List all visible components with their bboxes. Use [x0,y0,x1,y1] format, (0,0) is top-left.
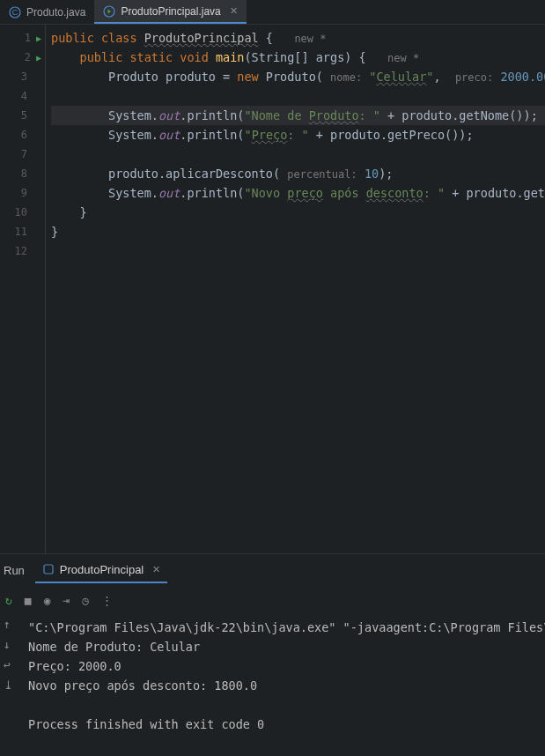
rerun-icon[interactable]: ↻ [5,594,12,607]
code-line: produto.aplicarDesconto( percentual: 10)… [51,164,545,183]
line-number: 11 [11,226,27,238]
output-line [28,695,538,715]
java-run-icon [42,563,55,575]
run-gutter: ↑ ↓ ↩ ⤓ [0,614,21,737]
line-number: 10 [11,206,27,219]
console-output[interactable]: "C:\Program Files\Java\jdk-22\bin\java.e… [21,614,545,737]
code-line: System.out.println("Novo preço após desc… [51,183,545,203]
output-line: Process finished with exit code 0 [28,715,538,734]
line-number: 8 [11,167,27,180]
svg-text:C: C [12,8,18,17]
code-content[interactable]: public class ProdutoPrincipal { new * pu… [46,25,545,553]
code-line [51,145,545,164]
run-panel: Run ProdutoPrincipal ✕ ↻ ■ ◉ ⇥ ◷ ⋮ ↑ ↓ ↩… [0,553,545,737]
gutter: 1▶ 2▶ 3 4 5 6 7 8 9 10 11 12 [0,25,46,553]
code-line: } [51,222,545,241]
code-line: System.out.println("Nome de Produto: " +… [51,106,545,125]
code-editor[interactable]: 1▶ 2▶ 3 4 5 6 7 8 9 10 11 12 public clas… [0,25,545,553]
profile-icon[interactable]: ◷ [82,594,89,607]
output-line: "C:\Program Files\Java\jdk-22\bin\java.e… [28,618,538,637]
tab-label: Produto.java [26,6,85,19]
run-title: Run [4,564,25,577]
layout-icon[interactable]: ⇥ [63,594,70,607]
line-number: 5 [11,109,27,122]
tab-label: ProdutoPrincipal.java [121,5,220,18]
wrap-icon[interactable]: ↩ [4,658,18,671]
editor-tab-bar: C Produto.java ProdutoPrincipal.java ✕ [0,0,545,25]
close-icon[interactable]: ✕ [230,5,238,17]
line-number: 7 [11,148,27,160]
run-config-name: ProdutoPrincipal [60,563,144,576]
run-toolbar: ↻ ■ ◉ ⇥ ◷ ⋮ [0,586,545,614]
line-number: 4 [11,90,27,102]
more-icon[interactable]: ⋮ [101,594,113,607]
code-line: Produto produto = new Produto( nome: "Ce… [51,67,545,86]
tab-produto[interactable]: C Produto.java [0,0,94,24]
dump-icon[interactable]: ◉ [44,594,51,607]
up-icon[interactable]: ↑ [4,618,18,631]
line-number: 1 [15,32,31,44]
output-line: Nome de Produto: Celular [28,637,538,656]
line-number: 6 [11,129,27,141]
line-number: 2 [15,51,31,63]
run-gutter-icon[interactable]: ▶ [36,33,41,43]
code-line: System.out.println("Preço: " + produto.g… [51,125,545,145]
stop-icon[interactable]: ■ [25,594,32,607]
code-line [51,241,545,261]
code-line: } [51,203,545,222]
tab-produto-principal[interactable]: ProdutoPrincipal.java ✕ [94,0,246,24]
close-icon[interactable]: ✕ [152,564,160,575]
svg-rect-3 [44,565,53,574]
down-icon[interactable]: ↓ [4,638,18,651]
code-line [51,86,545,106]
output-line: Novo preço após desconto: 1800.0 [28,676,538,695]
line-number: 9 [11,187,27,199]
line-number: 3 [11,70,27,83]
scroll-end-icon[interactable]: ⤓ [4,678,18,692]
java-runnable-icon [103,5,115,18]
run-header: Run ProdutoPrincipal ✕ [0,554,545,586]
run-config-tab[interactable]: ProdutoPrincipal ✕ [35,558,167,583]
run-body: ↑ ↓ ↩ ⤓ "C:\Program Files\Java\jdk-22\bi… [0,614,545,737]
code-line: public class ProdutoPrincipal { new * [51,28,545,48]
line-number: 12 [11,245,27,257]
code-line: public static void main(String[] args) {… [51,48,545,67]
run-gutter-icon[interactable]: ▶ [36,53,41,63]
output-line: Preço: 2000.0 [28,656,538,676]
java-class-icon: C [9,6,21,19]
